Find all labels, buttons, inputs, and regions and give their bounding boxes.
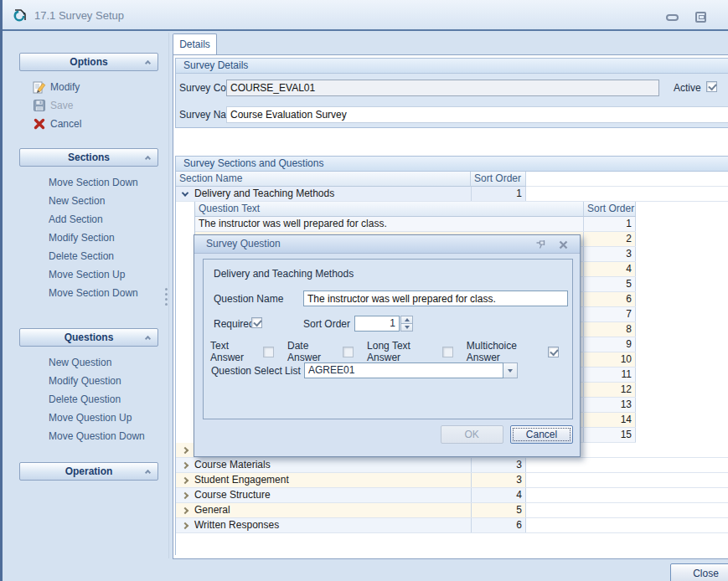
column-header-question-sort[interactable]: Sort Order	[584, 202, 636, 217]
sort-order-label: Sort Order	[303, 318, 350, 330]
sections-item-list: Move Section Down New Section Add Sectio…	[19, 167, 158, 302]
sidebar-item-question-action[interactable]: Move Question Up	[19, 409, 158, 427]
spin-down-button[interactable]	[400, 324, 413, 332]
expand-row-button[interactable]	[176, 503, 194, 517]
section-sort-cell: 4	[471, 488, 526, 502]
dropdown-button[interactable]	[503, 362, 518, 378]
section-row[interactable]: General 5	[176, 503, 728, 518]
expand-row-button[interactable]	[176, 518, 194, 532]
panel-sections-header[interactable]: Sections	[19, 148, 158, 167]
answer-checkbox[interactable]	[343, 347, 354, 357]
sidebar-item-save[interactable]: Save	[19, 96, 158, 115]
required-checkbox[interactable]	[251, 317, 262, 328]
section-row[interactable]: Course Structure 4	[176, 488, 728, 503]
collapse-row-button[interactable]	[176, 187, 194, 201]
section-sort-cell: 5	[471, 503, 526, 517]
survey-details-header: Survey Details	[176, 59, 728, 74]
answer-label: Multichoice Answer	[467, 340, 542, 363]
sidebar-splitter[interactable]	[168, 33, 169, 558]
modify-icon	[33, 80, 46, 94]
dialog-titlebar[interactable]: Survey Question	[194, 235, 580, 254]
survey-name-input[interactable]	[226, 106, 728, 123]
sidebar-item-section-action[interactable]: Add Section	[19, 210, 158, 229]
cancel-button[interactable]: Cancel	[510, 425, 573, 444]
expand-row-button[interactable]	[176, 488, 194, 502]
panel-questions-header[interactable]: Questions	[19, 328, 158, 347]
spin-up-button[interactable]	[400, 316, 413, 324]
answer-checkbox[interactable]	[263, 347, 274, 357]
column-header-sort-order[interactable]: Sort Order	[471, 172, 526, 187]
tab-details[interactable]: Details	[173, 33, 217, 55]
sidebar-item-section-action[interactable]: Delete Section	[19, 247, 158, 265]
pin-icon[interactable]	[535, 239, 546, 250]
chevron-right-icon	[182, 446, 188, 453]
question-name-input[interactable]	[303, 290, 568, 306]
sidebar-item-question-action[interactable]: Move Question Down	[19, 427, 158, 445]
question-sort-cell: 5	[584, 277, 636, 291]
section-name-cell: Course Materials	[194, 458, 471, 472]
ok-button[interactable]: OK	[441, 425, 503, 444]
sidebar-item-section-action[interactable]: Modify Section	[19, 229, 158, 247]
panel-sections: Sections Move Section Down New Section A…	[19, 148, 158, 302]
dialog-title: Survey Question	[206, 238, 281, 249]
column-header-question-text[interactable]: Question Text	[195, 202, 584, 217]
answer-checkbox[interactable]	[548, 347, 559, 357]
sidebar-item-cancel[interactable]: Cancel	[19, 115, 158, 133]
expand-row-button[interactable]	[176, 473, 194, 487]
section-name-cell: General	[194, 503, 471, 517]
survey-details-group: Survey Details Survey Code Active Survey…	[175, 58, 728, 128]
section-sort-cell: 1	[471, 187, 526, 201]
maximize-button[interactable]	[691, 11, 710, 23]
section-row[interactable]: Written Responses 6	[176, 518, 728, 533]
questions-item-list: New Question Modify Question Delete Ques…	[19, 347, 158, 445]
question-sort-cell: 12	[584, 383, 636, 397]
section-row[interactable]: Course Materials 3	[176, 458, 728, 473]
question-sort-cell: 14	[584, 413, 636, 427]
section-row[interactable]: Student Engagement 3	[176, 473, 728, 488]
column-header-section-name[interactable]: Section Name	[176, 172, 471, 187]
sidebar-item-label: Save	[46, 100, 73, 111]
active-checkbox[interactable]	[706, 81, 717, 92]
question-select-list-label: Question Select List	[211, 365, 301, 377]
chevron-right-icon	[182, 522, 188, 528]
sidebar-item-label: Move Question Down	[19, 430, 145, 442]
minimize-icon	[666, 14, 679, 21]
survey-code-input[interactable]	[226, 80, 659, 96]
minimize-button[interactable]	[663, 11, 681, 23]
sidebar-item-question-action[interactable]: New Question	[19, 353, 158, 372]
dialog-section-label: Delivery and Teaching Methods	[214, 268, 354, 280]
question-row[interactable]: The instructor was well prepared for cla…	[195, 217, 636, 232]
answer-checkbox-group: Text Answer	[210, 340, 274, 363]
chevron-right-icon	[182, 461, 188, 468]
panel-options-header[interactable]: Options	[19, 53, 158, 71]
dialog-close-icon[interactable]	[558, 239, 569, 250]
sidebar-item-question-action[interactable]: Delete Question	[19, 390, 158, 409]
answer-label: Date Answer	[287, 340, 337, 363]
expand-row-button[interactable]	[176, 458, 194, 472]
answer-label: Long Text Answer	[367, 340, 436, 363]
sidebar-item-section-action[interactable]: Move Section Down	[19, 173, 158, 192]
sidebar-item-modify[interactable]: Modify	[19, 78, 158, 96]
section-row-expanded[interactable]: Delivery and Teaching Methods 1	[176, 187, 728, 202]
sidebar-item-label: Move Section Up	[19, 269, 125, 280]
app-logo-icon	[12, 8, 27, 23]
splitter-grip[interactable]	[164, 288, 168, 306]
answer-label: Text Answer	[210, 340, 257, 363]
sidebar-item-label: Delete Section	[19, 250, 114, 262]
panel-operation: Operation	[19, 462, 158, 481]
question-sort-cell: 10	[584, 352, 636, 367]
sidebar-item-section-action[interactable]: Move Section Up	[19, 265, 158, 284]
sort-order-value[interactable]: 1	[354, 316, 400, 332]
question-sort-cell: 15	[584, 428, 636, 442]
sidebar-item-question-action[interactable]: Modify Question	[19, 372, 158, 390]
sidebar-item-section-action[interactable]: Move Section Down	[19, 284, 158, 302]
dialog-content: Delivery and Teaching Methods Question N…	[203, 259, 573, 419]
question-select-list-value[interactable]: AGREE01	[304, 362, 503, 378]
chevron-down-icon	[508, 369, 513, 373]
sidebar-item-section-action[interactable]: New Section	[19, 192, 158, 210]
expand-row-button[interactable]	[176, 443, 194, 457]
close-button[interactable]: Close	[670, 563, 728, 581]
answer-type-row: Text Answer Date Answer Long Text Answer	[210, 340, 572, 363]
answer-checkbox[interactable]	[442, 347, 453, 357]
panel-operation-header[interactable]: Operation	[19, 462, 158, 481]
